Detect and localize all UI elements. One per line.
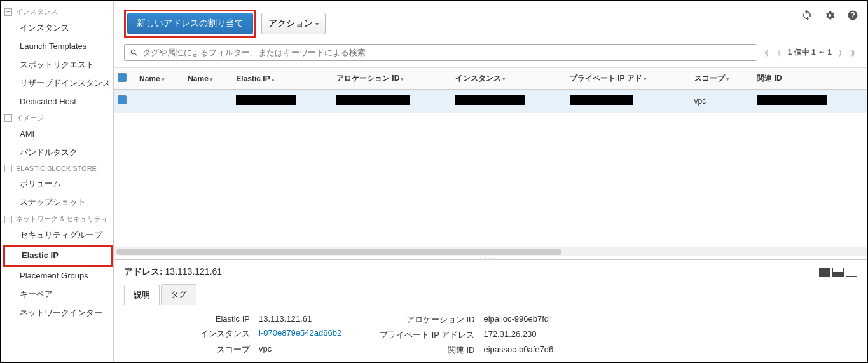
col-allocation-id[interactable]: アロケーション ID▾ xyxy=(333,68,451,90)
value-elastic-ip: 13.113.121.61 xyxy=(259,314,341,324)
sidebar-item-ami[interactable]: AMI xyxy=(3,125,113,144)
label-instance: インスタンス xyxy=(200,328,250,340)
collapse-icon: − xyxy=(4,216,12,223)
value-private-ip: 172.31.26.230 xyxy=(483,329,553,341)
pager: ⟪ ⟨ 1 個中 1 ～ 1 ⟩ ⟫ xyxy=(762,47,857,58)
row-checkbox[interactable] xyxy=(118,95,127,104)
section-label: インスタンス xyxy=(16,7,58,17)
detail-tabs: 説明 タグ xyxy=(124,284,857,305)
redacted-value xyxy=(336,95,410,105)
sidebar-item-key-pairs[interactable]: キーペア xyxy=(3,285,113,304)
layout-split-icon[interactable] xyxy=(832,268,844,277)
collapse-icon: − xyxy=(4,114,12,122)
col-name2[interactable]: Name▾ xyxy=(184,68,232,90)
sidebar-item-instances[interactable]: インスタンス xyxy=(3,19,113,38)
search-icon xyxy=(130,48,139,57)
help-icon[interactable] xyxy=(847,10,858,23)
tab-tags[interactable]: タグ xyxy=(161,284,196,305)
sidebar-item-bundle-tasks[interactable]: バンドルタスク xyxy=(3,144,113,162)
section-label: イメージ xyxy=(16,113,44,123)
sidebar-item-volumes[interactable]: ボリューム xyxy=(3,175,113,193)
actions-label: アクション xyxy=(268,18,313,29)
refresh-icon[interactable] xyxy=(801,10,813,23)
redacted-value xyxy=(236,95,296,105)
page-next-icon[interactable]: ⟩ xyxy=(836,48,844,57)
col-elastic-ip[interactable]: Elastic IP▴ xyxy=(232,68,333,90)
col-scope[interactable]: スコープ▾ xyxy=(691,68,754,90)
page-first-icon[interactable]: ⟪ xyxy=(762,48,771,57)
layout-full-icon[interactable] xyxy=(819,268,830,277)
layout-icons xyxy=(819,268,857,277)
sidebar-item-security-groups[interactable]: セキュリティグループ xyxy=(3,226,113,245)
section-label: ネットワーク & セキュリティ xyxy=(16,214,108,224)
search-input[interactable] xyxy=(142,48,752,57)
highlight-box: 新しいアドレスの割り当て xyxy=(124,10,256,38)
detail-grid: Elastic IP 13.113.121.61 インスタンス i-070e87… xyxy=(124,314,857,356)
label-scope: スコープ xyxy=(200,344,250,356)
value-allocation-id: eipalloc-996eb7fd xyxy=(483,314,553,325)
label-assoc-id: 関連 ID xyxy=(380,345,474,356)
actions-button[interactable]: アクション ▾ xyxy=(261,13,326,34)
sidebar-item-network-interfaces[interactable]: ネットワークインター xyxy=(3,304,113,322)
value-instance-link[interactable]: i-070e879e542ad66b2 xyxy=(259,328,341,340)
main-panel: 新しいアドレスの割り当て アクション ▾ ⟪ xyxy=(114,1,867,362)
detail-title: アドレス: 13.113.121.61 xyxy=(124,266,222,278)
collapse-icon: − xyxy=(4,165,12,172)
sidebar-item-dedicated-host[interactable]: Dedicated Host xyxy=(3,93,113,111)
table-row[interactable]: vpc xyxy=(114,90,867,113)
redacted-value xyxy=(455,95,525,105)
toolbar: 新しいアドレスの割り当て アクション ▾ xyxy=(114,1,867,44)
col-assoc-id[interactable]: 関連 ID xyxy=(753,68,867,90)
allocate-new-address-button[interactable]: 新しいアドレスの割り当て xyxy=(127,13,253,34)
select-all-checkbox[interactable] xyxy=(118,73,127,82)
sidebar-item-snapshots[interactable]: スナップショット xyxy=(3,193,113,212)
chevron-down-icon: ▾ xyxy=(315,20,319,27)
section-ebs[interactable]: − ELASTIC BLOCK STORE xyxy=(3,162,113,175)
col-private-ip[interactable]: プライベート IP アド▾ xyxy=(566,68,691,90)
sidebar-item-reserved-instances[interactable]: リザーブドインスタンス xyxy=(3,74,113,93)
detail-panel: アドレス: 13.113.121.61 説明 タグ Elastic IP 13.… xyxy=(114,259,867,362)
value-scope: vpc xyxy=(259,344,341,356)
redacted-value xyxy=(570,95,633,105)
section-images[interactable]: − イメージ xyxy=(3,111,113,125)
label-elastic-ip: Elastic IP xyxy=(200,314,250,324)
label-allocation-id: アロケーション ID xyxy=(380,314,474,325)
tab-description[interactable]: 説明 xyxy=(124,285,160,305)
horizontal-scrollbar[interactable] xyxy=(114,247,867,256)
layout-bottom-icon[interactable] xyxy=(846,268,857,277)
section-network-security[interactable]: − ネットワーク & セキュリティ xyxy=(3,212,113,226)
label-private-ip: プライベート IP アドレス xyxy=(380,329,474,341)
sidebar-item-launch-templates[interactable]: Launch Templates xyxy=(3,38,113,56)
page-prev-icon[interactable]: ⟨ xyxy=(775,48,784,57)
cell-scope: vpc xyxy=(691,90,754,113)
pager-text: 1 個中 1 ～ 1 xyxy=(788,47,832,58)
sidebar-item-elastic-ip[interactable]: Elastic IP xyxy=(3,245,113,267)
section-instances[interactable]: − インスタンス xyxy=(3,4,113,19)
gear-icon[interactable] xyxy=(824,10,836,23)
table: Name▾ Name▾ Elastic IP▴ アロケーション ID▾ インスタ… xyxy=(114,67,867,247)
top-icons xyxy=(801,10,858,23)
sidebar-item-placement-groups[interactable]: Placement Groups xyxy=(3,267,113,285)
col-name[interactable]: Name▾ xyxy=(135,68,184,90)
col-instance[interactable]: インスタンス▾ xyxy=(451,68,566,90)
page-last-icon[interactable]: ⟫ xyxy=(848,48,857,57)
search-row: ⟪ ⟨ 1 個中 1 ～ 1 ⟩ ⟫ xyxy=(114,44,867,67)
collapse-icon: − xyxy=(4,8,12,16)
section-label: ELASTIC BLOCK STORE xyxy=(16,165,97,172)
redacted-value xyxy=(757,95,827,105)
sidebar: − インスタンス インスタンス Launch Templates スポットリクエ… xyxy=(1,1,114,362)
value-assoc-id: eipassoc-b0afe7d6 xyxy=(483,345,553,356)
search-box[interactable] xyxy=(124,44,757,61)
sidebar-item-spot-requests[interactable]: スポットリクエスト xyxy=(3,56,113,74)
